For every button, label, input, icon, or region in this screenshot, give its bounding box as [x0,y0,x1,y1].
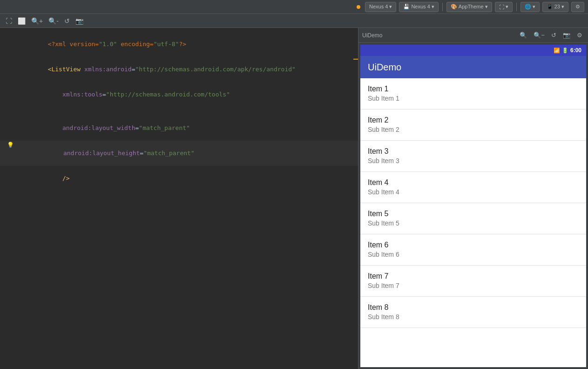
api-version-label: 23 ▾ [554,4,564,10]
item-subtitle: Sub Item 1 [368,94,579,103]
main-content: <?xml version="1.0" encoding="utf-8"?> <… [0,28,588,369]
xml-version-val: "1.0" [99,41,117,48]
layout-height-attr: android:layout_height [63,150,140,157]
indent-7 [48,175,62,182]
code-line-6: 💡 android:layout_height="match_parent" [0,141,358,166]
nexus-device-btn[interactable]: Nexus 4 ▾ [365,2,396,12]
api-arrow: ▾ [533,4,535,10]
list-item[interactable]: Item 5Sub Item 5 [360,203,586,234]
xml-enc: encoding= [117,41,153,48]
item-title: Item 2 [368,115,579,125]
zoom-actual-btn[interactable]: ⬜ [16,16,27,26]
item-title: Item 6 [368,240,579,250]
item-subtitle: Sub Item 3 [368,157,579,166]
xml-decl: <?xml version= [48,41,99,48]
phone-panel: UiDemo 🔍 🔍− ↺ 📷 ⚙ 📶 🔋 6:00 UiDemo [358,28,588,369]
api-btn[interactable]: 🌐 ▾ [520,2,540,12]
nexus-label: UiDemo [362,32,382,39]
list-item[interactable]: Item 6Sub Item 6 [360,234,586,266]
item-subtitle: Sub Item 2 [368,125,579,135]
module-btn[interactable]: 💾 Nexus 4 ▾ [399,2,438,12]
phone-screen: 📶 🔋 6:00 UiDemo Item 1Sub Item 1Item 2Su… [360,45,586,367]
app-theme-btn[interactable]: 🎨 AppTheme ▾ [446,2,492,12]
line-num-1 [0,32,19,57]
layout-arrow: ▾ [506,4,508,10]
code-line-2: <ListView xmlns:android="http://schemas.… [0,57,358,82]
android-status-bar: 📶 🔋 6:00 [360,45,586,56]
line-num-7 [0,166,19,191]
top-toolbar: Nexus 4 ▾ 💾 Nexus 4 ▾ 🎨 AppTheme ▾ ⛶ ▾ 🌐… [0,0,588,14]
android-app-bar: UiDemo [360,56,586,78]
zoom-in-btn[interactable]: 🔍+ [29,16,45,26]
listview-tag: <ListView [48,66,84,73]
item-subtitle: Sub Item 5 [368,219,579,228]
line-content-5: android:layout_width="match_parent" [19,116,358,141]
layout-width-attr: android:layout_width [62,124,135,131]
close-tag: /> [62,175,70,182]
toolbar-sep-2 [516,3,517,11]
second-toolbar: ⛶ ⬜ 🔍+ 🔍- ↺ 📷 [0,14,588,28]
xml-enc-val: "utf-8" [154,41,179,48]
app-theme-label: AppTheme ▾ [459,4,488,10]
item-title: Item 5 [368,209,579,219]
toolbar-sep-1 [442,3,443,11]
emu-zoom-out-btn[interactable]: 🔍− [532,31,547,40]
layout-height-val: "match_parent" [143,150,195,157]
settings-icon: ⚙ [575,4,580,10]
item-title: Item 4 [368,178,579,188]
equals-2: = [102,91,106,98]
settings-btn[interactable]: ⚙ [571,2,584,12]
item-title: Item 8 [368,302,579,313]
line-num-5 [0,116,19,141]
zoom-fit-btn[interactable]: ⛶ [4,16,14,26]
code-editor-panel[interactable]: <?xml version="1.0" encoding="utf-8"?> <… [0,28,358,369]
status-time: 6:00 [570,47,581,54]
item-subtitle: Sub Item 6 [368,250,579,260]
app-title: UiDemo [368,62,401,73]
indent-3 [48,91,62,98]
item-title: Item 1 [368,84,579,94]
line-content-7: /> [19,166,358,191]
item-title: Item 7 [368,271,579,281]
item-subtitle: Sub Item 7 [368,281,579,291]
emu-zoom-in-btn[interactable]: 🔍 [518,31,529,40]
list-item[interactable]: Item 2Sub Item 2 [360,109,586,141]
app-theme-icon: 🎨 [451,4,457,10]
emu-screenshot-btn[interactable]: 📷 [561,31,572,40]
layout-width-val: "match_parent" [139,124,190,131]
code-line-1: <?xml version="1.0" encoding="utf-8"?> [0,32,358,57]
xmlns-val: "http://schemas.android.com/apk/res/andr… [135,66,295,73]
layout-icon: ⛶ [499,4,504,10]
refresh-btn[interactable]: ↺ [62,16,72,26]
yellow-indicator-line [353,59,358,60]
line-content-4 [19,107,358,116]
screenshot-btn[interactable]: 📷 [74,16,85,26]
bulb-icon: 💡 [0,141,19,166]
item-subtitle: Sub Item 8 [368,313,579,322]
line-num-4 [0,107,19,116]
line-num-3 [0,82,19,107]
layout-btn[interactable]: ⛶ ▾ [495,2,513,12]
list-item[interactable]: Item 3Sub Item 3 [360,141,586,172]
emu-refresh-btn[interactable]: ↺ [549,31,558,40]
android-list[interactable]: Item 1Sub Item 1Item 2Sub Item 2Item 3Su… [360,78,586,367]
item-subtitle: Sub Item 4 [368,188,579,197]
xmlns-tools-val: "http://schemas.android.com/tools" [106,91,230,98]
battery-icon: 🔋 [562,48,568,54]
module-name: Nexus 4 ▾ [411,4,434,10]
line-num-2 [0,57,19,82]
equals-4: = [140,150,143,157]
xmlns-attr: xmlns:android [84,66,132,73]
api-version-btn[interactable]: 📱 23 ▾ [542,2,568,12]
zoom-out-btn[interactable]: 🔍- [47,16,61,26]
list-item[interactable]: Item 8Sub Item 8 [360,297,586,328]
xmlns-tools-attr: xmlns:tools [62,91,102,98]
wifi-icon: 📶 [554,48,560,54]
list-item[interactable]: Item 7Sub Item 7 [360,266,586,297]
code-line-4 [0,107,358,116]
emu-settings-btn[interactable]: ⚙ [575,31,584,40]
item-title: Item 3 [368,146,579,157]
module-label: 💾 [403,4,410,10]
list-item[interactable]: Item 1Sub Item 1 [360,78,586,109]
list-item[interactable]: Item 4Sub Item 4 [360,172,586,203]
